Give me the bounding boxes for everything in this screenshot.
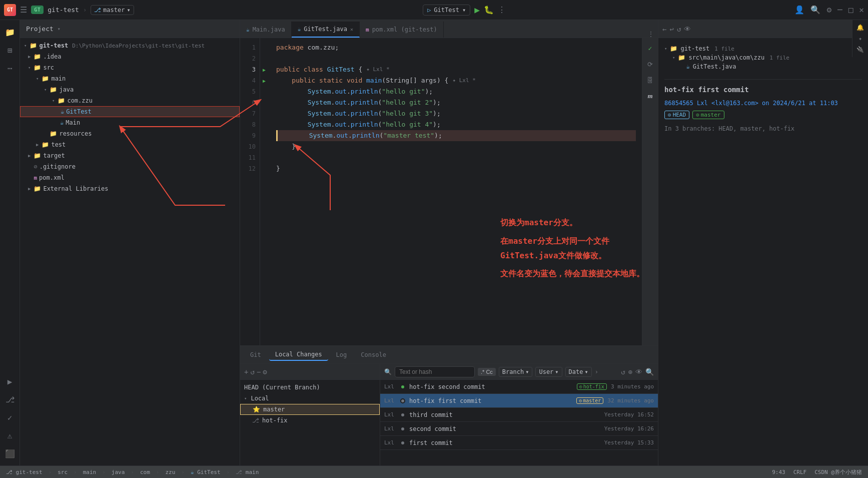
log-entry-3[interactable]: Lxl second commit Yesterday 16:26 — [380, 422, 658, 436]
editor-db-icon[interactable]: 🗄 — [644, 74, 656, 86]
status-main-method[interactable]: ⎇ main — [234, 469, 261, 475]
log-entry-1[interactable]: Lxl hot-fix first commit ⊙ master 32 min… — [380, 394, 658, 408]
search-icon[interactable]: 🔍 — [810, 5, 820, 15]
tab-log[interactable]: Log — [330, 349, 353, 360]
run-config[interactable]: ▷ GitTest ▾ — [423, 5, 470, 16]
tab-gittest-java[interactable]: ☕ GitTest.java ✕ — [292, 22, 360, 38]
status-main[interactable]: main — [81, 469, 99, 475]
git-branch-head[interactable]: HEAD (Current Branch) — [240, 382, 380, 393]
status-gittest[interactable]: ☕ GitTest — [189, 469, 223, 475]
tree-item-com-zzu[interactable]: ▾ 📁 com.zzu — [20, 95, 240, 106]
rp-refresh-icon[interactable]: ↺ — [677, 25, 681, 33]
git-log-branch-icon[interactable]: ⊕ — [628, 368, 632, 376]
project-panel-arrow[interactable]: ▾ — [58, 26, 61, 32]
line-numbers: 1 2 3 4 5 6 7 8 9 10 11 12 — [240, 38, 260, 345]
more-tools-icon[interactable]: ⋯ — [2, 60, 18, 76]
git-branch-filter[interactable]: Branch ▾ — [499, 367, 533, 377]
structure-icon[interactable]: ⊞ — [2, 42, 18, 58]
commit-tree-root[interactable]: ▾ 📁 git-test 1 file — [664, 44, 862, 53]
left-toolbar: 📁 ⊞ ⋯ ▶ ⎇ ✓ ⚠ ⬛ — [0, 20, 20, 465]
tree-item-src[interactable]: ▾ 📁 src — [20, 62, 240, 73]
git-date-filter[interactable]: Date ▾ — [565, 367, 592, 377]
tree-item-idea[interactable]: ▶ 📁 .idea — [20, 51, 240, 62]
plugin-icon[interactable]: 🔌 — [856, 46, 864, 53]
git-user-filter[interactable]: User ▾ — [535, 367, 562, 377]
problems-icon[interactable]: ⚠ — [2, 427, 18, 443]
status-git-branch[interactable]: ⎇ git-test — [4, 469, 45, 475]
notification-panel: 🔔 ✦ 🔌 — [852, 20, 868, 57]
tab-close-gittest[interactable]: ✕ — [350, 27, 353, 32]
tree-item-gitignore[interactable]: ▶ ⊘ .gitignore — [20, 161, 240, 172]
tab-git[interactable]: Git — [244, 349, 267, 360]
more-button[interactable]: ⋮ — [498, 5, 506, 15]
log-entry-2[interactable]: Lxl third commit Yesterday 16:52 — [380, 408, 658, 422]
git-add-icon[interactable]: + — [244, 368, 248, 376]
tab-main-java[interactable]: ☕ Main.java — [240, 22, 292, 38]
git-log-search2-icon[interactable]: 🔍 — [645, 368, 654, 376]
tree-item-test[interactable]: ▶ 📁 test — [20, 139, 240, 150]
git-tool-icon[interactable]: ⎇ — [2, 391, 18, 407]
run-arrow-3[interactable]: ▶ — [260, 64, 268, 75]
git-branch-master[interactable]: ⭐ master — [240, 404, 380, 415]
tab-pom-xml[interactable]: m pom.xml (git-test) — [360, 22, 444, 38]
git-filter-regex-btn[interactable]: .* Cc — [478, 368, 496, 376]
git-collapse-icon[interactable]: − — [257, 368, 261, 376]
git-log-eye-icon[interactable]: 👁 — [635, 368, 642, 376]
tab-console[interactable]: Console — [355, 349, 392, 360]
status-com[interactable]: com — [138, 469, 152, 475]
editor-m-icon[interactable]: m — [644, 90, 656, 102]
editor-sync-icon[interactable]: ⟳ — [644, 58, 656, 70]
code-line-2 — [276, 53, 636, 64]
tree-item-resources[interactable]: ▶ 📁 resources — [20, 128, 240, 139]
run-button[interactable]: ▶ — [474, 5, 480, 15]
run-tool-icon[interactable]: ▶ — [2, 373, 18, 389]
rp-back-icon[interactable]: ← — [662, 25, 666, 33]
tree-item-external-libs[interactable]: ▶ 📁 External Libraries — [20, 183, 240, 194]
tab-more-button[interactable]: ⋮ — [644, 31, 658, 38]
tree-item-main-java[interactable]: ☕ Main — [20, 117, 240, 128]
project-panel: Project ▾ ▾ 📁 git-test D:\Python\IdeaPro… — [20, 20, 240, 465]
settings-icon[interactable]: ⚙ — [826, 5, 831, 15]
git-search-input[interactable] — [395, 366, 475, 377]
git-settings-icon[interactable]: ⚙ — [263, 368, 267, 376]
tree-item-java[interactable]: ▾ 📁 java — [20, 84, 240, 95]
commit-tags: ⊙ HEAD ⊙ master — [664, 111, 862, 119]
commit-tree-file[interactable]: ▾ ☕ GitTest.java — [664, 62, 862, 71]
commit-tree-folder[interactable]: ▾ 📁 src\main\java\com\zzu 1 file — [664, 53, 862, 62]
debug-button[interactable]: 🐛 — [484, 5, 494, 15]
ai-icon[interactable]: ✦ — [858, 35, 862, 42]
log-entry-0[interactable]: Lxl hot-fix second commit ⊙ hot-fix 3 mi… — [380, 380, 658, 394]
git-refresh-icon[interactable]: ↺ — [250, 368, 254, 376]
hamburger-icon[interactable]: ☰ — [20, 5, 27, 15]
commit-message-box: hot-fix first commit 86854565 Lxl <lxl@1… — [664, 79, 862, 132]
tree-item-git-test[interactable]: ▾ 📁 git-test D:\Python\IdeaProjects\git-… — [20, 40, 240, 51]
code-editor[interactable]: package com.zzu; public class GitTest { … — [270, 38, 642, 345]
project-view-icon[interactable]: 📁 — [2, 24, 18, 40]
status-java[interactable]: java — [110, 469, 127, 475]
status-src[interactable]: src — [56, 469, 70, 475]
log-entry-4[interactable]: Lxl first commit Yesterday 15:33 — [380, 436, 658, 450]
git-branch-local-group[interactable]: ▾ Local — [240, 393, 380, 404]
todo-icon[interactable]: ✓ — [2, 409, 18, 425]
tree-item-target[interactable]: ▶ 📁 target — [20, 150, 240, 161]
tree-item-pom[interactable]: ▶ m pom.xml — [20, 172, 240, 183]
status-zzu[interactable]: zzu — [163, 469, 177, 475]
git-log-expand-icon[interactable]: › — [595, 368, 598, 375]
git-log-refresh-icon[interactable]: ↺ — [621, 368, 625, 376]
git-branch-toolbar: + ↺ − ⚙ — [240, 364, 380, 380]
tree-item-gitTest[interactable]: ☕ GitTest — [20, 106, 240, 117]
status-encoding[interactable]: CRLF — [791, 469, 809, 475]
notification-bell-icon[interactable]: 🔔 — [856, 24, 864, 31]
close-button[interactable]: ✕ — [859, 5, 864, 15]
branch-selector[interactable]: ⎇ master ▾ — [91, 5, 134, 15]
tree-item-main[interactable]: ▾ 📁 main — [20, 73, 240, 84]
rp-eye-icon[interactable]: 👁 — [684, 25, 691, 33]
run-arrow-4[interactable]: ▶ — [260, 75, 268, 86]
account-icon[interactable]: 👤 — [794, 5, 804, 15]
maximize-button[interactable]: □ — [848, 5, 853, 15]
git-branch-hotfix[interactable]: ⎇ hot-fix — [240, 415, 380, 426]
tab-local-changes[interactable]: Local Changes — [269, 349, 328, 361]
minimize-button[interactable]: ─ — [837, 5, 842, 15]
terminal-icon[interactable]: ⬛ — [2, 445, 18, 461]
rp-undo-icon[interactable]: ↩ — [669, 25, 673, 33]
